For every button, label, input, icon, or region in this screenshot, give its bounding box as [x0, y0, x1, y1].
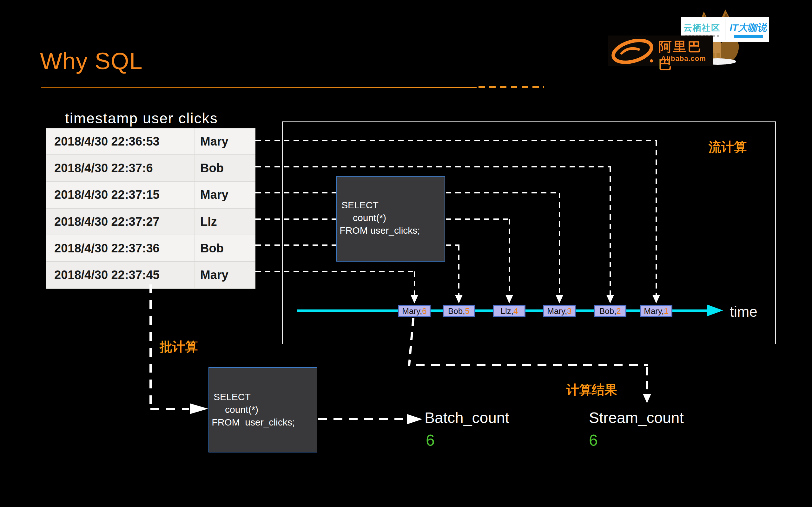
timestamp-cell: 2018/4/30 22:36:53	[46, 135, 194, 149]
it-talk-label: IT大咖说	[729, 21, 767, 34]
connector-vertical	[458, 245, 459, 295]
timestamp-cell: 2018/4/30 22:37:36	[46, 242, 194, 255]
timestamp-cell: 2018/4/30 22:37:6	[46, 161, 194, 175]
user-cell: Bob	[194, 235, 224, 261]
event-user: Mary,	[644, 306, 664, 316]
timeline-event-box: Mary,1	[640, 305, 672, 317]
timeline-event-box: Llz,4	[493, 305, 525, 317]
event-user: Mary,	[402, 306, 422, 316]
batch-sql-box: SELECT count(*) FROM user_clicks;	[208, 367, 317, 452]
event-count: 6	[422, 306, 426, 316]
event-user: Bob,	[448, 306, 465, 316]
connector-arrowhead-icon	[652, 295, 660, 303]
title-underline-dashed	[478, 86, 544, 88]
sql-line: SELECT	[209, 391, 317, 403]
event-user: Mary,	[547, 306, 567, 316]
user-cell: Llz	[194, 209, 217, 235]
connector-vertical	[414, 271, 415, 295]
batch-count-name: Batch_count	[424, 409, 509, 427]
clicks-table: 2018/4/30 22:36:53Mary2018/4/30 22:37:6B…	[46, 128, 255, 285]
batch-output-arrowhead-icon	[407, 414, 422, 424]
sql-line: FROM user_clicks;	[337, 224, 445, 237]
sql-line: count(*)	[209, 403, 317, 416]
connector-vertical	[559, 193, 560, 295]
alibaba-mark-icon	[610, 37, 657, 65]
table-row: 2018/4/30 22:37:15Mary	[46, 182, 255, 209]
event-user: Bob,	[599, 306, 616, 316]
stream-label: 流计算	[709, 138, 747, 156]
event-count: 4	[513, 306, 518, 316]
table-row: 2018/4/30 22:37:27Llz	[46, 209, 255, 235]
batch-input-arrowhead-icon	[190, 403, 208, 414]
slide-canvas: { "header": { "title": "Why SQL" }, "log…	[0, 0, 812, 507]
batch-count-value: 6	[426, 431, 435, 450]
sql-line: count(*)	[337, 212, 445, 224]
batch-path-vertical	[149, 284, 152, 409]
stream-count-name: Stream_count	[589, 409, 684, 427]
user-cell: Mary	[194, 262, 229, 288]
timeline-event-box: Bob,5	[443, 305, 475, 317]
time-axis-label: time	[730, 303, 757, 320]
batch-path-horizontal	[150, 408, 189, 410]
stream-count-value: 6	[589, 431, 598, 450]
event-count: 2	[616, 306, 621, 316]
stream-result-arrowhead-icon	[643, 394, 651, 403]
title-underline	[41, 87, 476, 88]
yunqi-community-logo: 云栖社区	[683, 22, 720, 37]
event-count: 5	[465, 306, 470, 316]
it-talk-logo: IT大咖说	[729, 21, 767, 38]
stream-result-path-vertical	[646, 367, 648, 394]
connector-vertical	[509, 219, 510, 295]
table-row: 2018/4/30 22:37:6Bob	[46, 155, 255, 182]
batch-output-path	[318, 418, 406, 420]
connector-arrowhead-icon	[556, 295, 563, 303]
connector-vertical	[656, 140, 657, 295]
connector-arrowhead-icon	[455, 295, 463, 303]
user-cell: Mary	[194, 128, 229, 155]
logo-divider	[725, 19, 725, 40]
event-user: Llz,	[501, 306, 513, 316]
alibaba-com-label: Alibaba.com	[661, 55, 706, 63]
connector-arrowhead-icon	[606, 295, 614, 303]
table-row: 2018/4/30 22:36:53Mary	[46, 128, 255, 155]
connector-horizontal	[255, 166, 611, 167]
table-title: timestamp user clicks	[65, 110, 218, 127]
timeline-arrowhead-icon	[707, 304, 723, 317]
batch-label: 批计算	[160, 338, 198, 355]
timeline-event-box: Bob,2	[594, 305, 626, 317]
event-count: 1	[664, 306, 668, 316]
page-title: Why SQL	[40, 48, 143, 74]
timeline-event-box: Mary,3	[543, 305, 575, 317]
clicks-table-body: 2018/4/30 22:36:53Mary2018/4/30 22:37:6B…	[46, 128, 255, 289]
alibaba-logo-block: 阿里巴巴 Alibaba.com	[608, 36, 713, 66]
yunqi-community-label: 云栖社区	[683, 22, 720, 34]
sql-line: SELECT	[337, 199, 445, 212]
connector-vertical	[610, 167, 611, 295]
timestamp-cell: 2018/4/30 22:37:27	[46, 215, 194, 229]
it-talk-tagline	[734, 35, 763, 38]
table-row: 2018/4/30 22:37:36Bob	[46, 235, 255, 262]
connector-horizontal	[255, 271, 415, 272]
connector-horizontal	[255, 140, 657, 141]
stream-sql-box: SELECT count(*) FROM user_clicks;	[336, 176, 445, 262]
sql-line: FROM user_clicks;	[209, 416, 317, 429]
timeline-event-box: Mary,6	[398, 305, 430, 317]
connector-arrowhead-icon	[411, 295, 418, 303]
result-label: 计算结果	[566, 381, 617, 399]
timestamp-cell: 2018/4/30 22:37:15	[46, 188, 194, 202]
event-count: 3	[567, 306, 571, 316]
stream-result-path-horizontal	[416, 364, 648, 366]
timestamp-cell: 2018/4/30 22:37:45	[46, 268, 194, 282]
connector-arrowhead-icon	[505, 295, 513, 303]
user-cell: Mary	[194, 182, 229, 208]
user-cell: Bob	[194, 155, 224, 181]
